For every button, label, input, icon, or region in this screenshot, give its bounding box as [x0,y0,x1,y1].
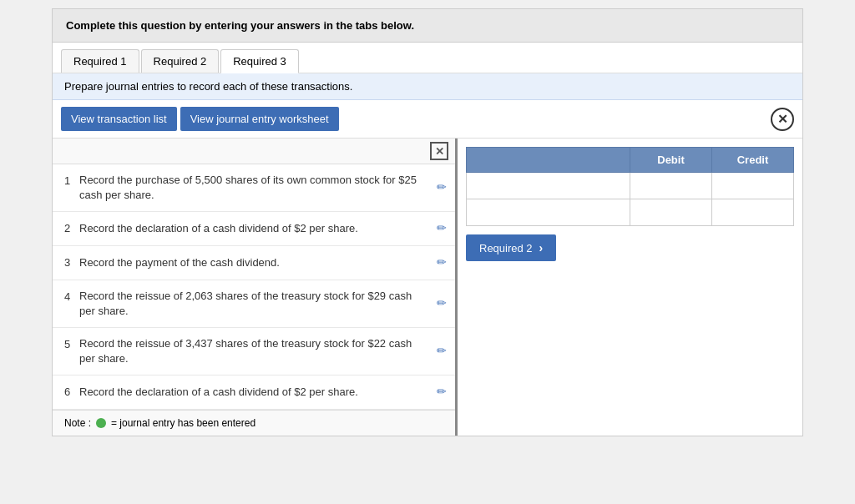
edit-icon-5[interactable]: ✏ [437,343,447,360]
edit-icon-4[interactable]: ✏ [437,295,447,312]
instruction-bar: Complete this question by entering your … [53,9,802,43]
close-circle-button[interactable]: ✕ [771,108,794,131]
transaction-header-row: ✕ [53,139,455,164]
list-item: 4 Record the reissue of 2,063 shares of … [53,280,455,328]
tab-required2[interactable]: Required 2 [141,49,220,73]
x-close-button[interactable]: ✕ [430,142,448,160]
chevron-right-icon: › [539,241,544,255]
list-item: 5 Record the reissue of 3,437 shares of … [53,328,455,375]
edit-icon-3[interactable]: ✏ [437,255,447,271]
tabs-row: Required 1 Required 2 Required 3 [53,43,802,73]
note-bar: Note : = journal entry has been entered [53,410,455,436]
tab-required3[interactable]: Required 3 [220,49,299,73]
green-dot-icon [96,418,106,428]
account-cell[interactable] [467,199,630,226]
journal-table: Debit Credit [466,147,794,226]
required2-next-button[interactable]: Required 2 › [466,234,556,261]
right-panel: Debit Credit [458,139,802,436]
instruction-text: Complete this question by entering your … [66,19,414,32]
table-row [467,173,794,199]
edit-icon-2[interactable]: ✏ [437,220,447,237]
credit-cell[interactable] [712,173,794,199]
list-item: 1 Record the purchase of 5,500 shares of… [53,164,455,212]
main-content: ✕ 1 Record the purchase of 5,500 shares … [53,139,802,436]
list-item: 6 Record the declaration of a cash divid… [53,375,455,410]
transaction-list: 1 Record the purchase of 5,500 shares of… [53,164,455,410]
transaction-panel: ✕ 1 Record the purchase of 5,500 shares … [53,139,458,436]
credit-cell[interactable] [712,199,794,226]
table-row [467,199,794,226]
edit-icon-6[interactable]: ✏ [437,384,447,401]
debit-cell[interactable] [630,199,712,226]
prepare-bar: Prepare journal entries to record each o… [53,73,802,100]
col-credit-header: Credit [712,148,794,173]
action-buttons-bar: View transaction list View journal entry… [53,100,802,139]
edit-icon-1[interactable]: ✏ [437,179,447,196]
col-debit-header: Debit [630,148,712,173]
col-account-header [467,148,630,173]
debit-cell[interactable] [630,173,712,199]
tab-required1[interactable]: Required 1 [61,49,139,73]
list-item: 3 Record the payment of the cash dividen… [53,246,455,280]
view-journal-entry-worksheet-button[interactable]: View journal entry worksheet [180,107,339,131]
list-item: 2 Record the declaration of a cash divid… [53,212,455,246]
account-cell[interactable] [467,173,630,199]
view-transaction-list-button[interactable]: View transaction list [61,107,177,131]
